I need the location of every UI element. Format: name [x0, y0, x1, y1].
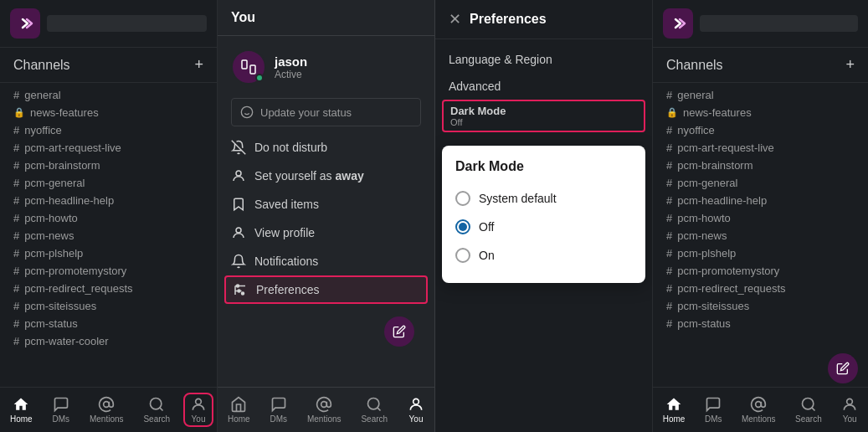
lock-icon: 🔒	[666, 107, 678, 118]
off-option[interactable]: Off	[455, 213, 632, 241]
list-item[interactable]: #pcm-howto	[0, 209, 217, 227]
right-app-logo[interactable]	[663, 8, 693, 39]
off-radio[interactable]	[455, 219, 470, 234]
list-item[interactable]: #pcm-brainstorm	[0, 157, 217, 174]
hash-icon: #	[13, 194, 19, 207]
app-logo[interactable]	[10, 8, 40, 39]
list-item[interactable]: #pcm-water-cooler	[0, 332, 217, 350]
right-nav-mentions[interactable]: Mentions	[735, 393, 783, 427]
list-item[interactable]: #pcm-art-request-live	[0, 139, 217, 157]
list-item[interactable]: #nyoffice	[0, 121, 217, 139]
hash-icon: #	[666, 177, 672, 189]
off-label: Off	[479, 220, 494, 234]
hash-icon: #	[13, 265, 19, 277]
svg-point-18	[321, 402, 327, 408]
list-item[interactable]: #pcm-promotemystory	[653, 262, 868, 280]
svg-point-3	[196, 399, 202, 404]
list-item[interactable]: #pcm-plshelp	[653, 244, 868, 262]
status-dot	[255, 74, 264, 82]
right-add-channel-button[interactable]: +	[845, 56, 855, 74]
left-channels-label: Channels	[13, 58, 70, 73]
list-item[interactable]: #pcm-redirect_requests	[0, 280, 217, 297]
dark-mode-item[interactable]: Dark Mode Off	[442, 100, 645, 132]
list-item[interactable]: #pcm-siteissues	[653, 297, 868, 315]
lock-icon: 🔒	[13, 107, 25, 118]
system-default-radio[interactable]	[455, 191, 470, 206]
hash-icon: #	[13, 212, 19, 224]
user-name: jason	[275, 54, 307, 69]
dark-mode-popup-title: Dark Mode	[455, 159, 632, 174]
status-input[interactable]: Update your status	[231, 98, 421, 126]
list-item[interactable]: #general	[653, 86, 868, 104]
hash-icon: #	[13, 159, 19, 172]
on-radio[interactable]	[455, 248, 470, 263]
list-item[interactable]: #pcm-news	[653, 227, 868, 244]
list-item[interactable]: #pcm-status	[653, 315, 868, 332]
notifications-item[interactable]: Notifications	[218, 247, 434, 275]
svg-line-20	[378, 408, 381, 411]
nav-mentions[interactable]: Mentions	[83, 393, 131, 427]
hash-icon: #	[13, 141, 19, 154]
dark-mode-label: Dark Mode	[450, 105, 637, 117]
compose-button[interactable]	[384, 316, 414, 347]
hash-icon: #	[666, 247, 672, 260]
nav-home[interactable]: Home	[3, 393, 39, 427]
left-sidebar: Channels + #general 🔒news-features #nyof…	[0, 0, 218, 432]
list-item[interactable]: #pcm-promotemystory	[0, 262, 217, 280]
list-item[interactable]: #pcm-redirect_requests	[653, 280, 868, 297]
hash-icon: #	[666, 317, 672, 330]
list-item[interactable]: #pcm-news	[0, 227, 217, 244]
you-nav-you[interactable]: You	[401, 393, 431, 427]
right-nav-you[interactable]: You	[835, 393, 865, 427]
set-away-item[interactable]: Set yourself as away	[218, 162, 434, 190]
you-nav-home[interactable]: Home	[221, 393, 257, 427]
svg-point-22	[756, 402, 762, 408]
right-nav-home[interactable]: Home	[656, 393, 692, 427]
list-item[interactable]: #general	[0, 86, 217, 104]
you-nav-search[interactable]: Search	[354, 393, 394, 427]
svg-point-0	[104, 402, 110, 408]
do-not-disturb-item[interactable]: Do not disturb	[218, 133, 434, 162]
list-item[interactable]: #pcm-plshelp	[0, 244, 217, 262]
list-item[interactable]: #pcm-art-request-live	[653, 139, 868, 157]
hash-icon: #	[666, 229, 672, 242]
language-region-item[interactable]: Language & Region	[435, 46, 652, 73]
list-item[interactable]: #pcm-howto	[653, 209, 868, 227]
nav-search[interactable]: Search	[136, 393, 177, 427]
system-default-option[interactable]: System default	[455, 184, 632, 213]
list-item[interactable]: 🔒news-features	[0, 104, 217, 121]
user-status: Active	[275, 69, 307, 80]
close-button[interactable]: ✕	[449, 10, 461, 28]
list-item[interactable]: 🔒news-features	[653, 104, 868, 121]
list-item[interactable]: #pcm-siteissues	[0, 297, 217, 315]
hash-icon: #	[666, 300, 672, 312]
list-item[interactable]: #pcm-headline-help	[653, 192, 868, 209]
list-item[interactable]: #nyoffice	[653, 121, 868, 139]
view-profile-item[interactable]: View profile	[218, 219, 434, 247]
nav-dms[interactable]: DMs	[46, 393, 77, 427]
hash-icon: #	[13, 282, 19, 295]
right-channel-list: #general 🔒news-features #nyoffice #pcm-a…	[653, 83, 868, 387]
advanced-item[interactable]: Advanced	[435, 73, 652, 100]
nav-you[interactable]: You	[183, 393, 213, 427]
you-nav-mentions[interactable]: Mentions	[300, 393, 348, 427]
right-nav-dms[interactable]: DMs	[698, 393, 729, 427]
preferences-item[interactable]: Preferences	[224, 275, 428, 304]
sliders-icon	[233, 282, 248, 297]
list-item[interactable]: #pcm-headline-help	[0, 192, 217, 209]
right-nav-search[interactable]: Search	[788, 393, 829, 427]
notifications-label: Notifications	[254, 255, 318, 268]
on-option[interactable]: On	[455, 241, 632, 270]
list-item[interactable]: #pcm-general	[0, 174, 217, 192]
preferences-header: ✕ Preferences	[435, 0, 652, 39]
list-item[interactable]: #pcm-status	[0, 315, 217, 332]
hash-icon: #	[666, 89, 672, 101]
left-add-channel-button[interactable]: +	[194, 56, 203, 74]
list-item[interactable]: #pcm-brainstorm	[653, 157, 868, 174]
svg-point-1	[151, 399, 162, 409]
you-nav-dms[interactable]: DMs	[264, 393, 295, 427]
list-item[interactable]: #pcm-general	[653, 174, 868, 192]
left-channel-list: #general 🔒news-features #nyoffice #pcm-a…	[0, 83, 217, 387]
right-compose-button[interactable]	[828, 353, 858, 383]
saved-items-item[interactable]: Saved items	[218, 190, 434, 219]
